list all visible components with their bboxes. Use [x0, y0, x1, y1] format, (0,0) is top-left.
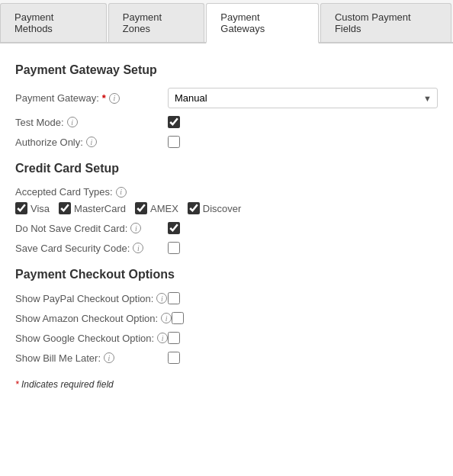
do-not-save-row: Do Not Save Credit Card: i: [15, 222, 438, 234]
authorize-only-row: Authorize Only: i: [15, 136, 438, 148]
payment-gateway-label: Payment Gateway: * i: [15, 92, 168, 104]
authorize-only-label: Authorize Only: i: [15, 137, 168, 148]
gateway-setup-title: Payment Gateway Setup: [15, 63, 438, 77]
show-paypal-checkbox[interactable]: [168, 292, 180, 304]
save-security-code-checkbox[interactable]: [168, 242, 180, 254]
do-not-save-info-icon[interactable]: i: [130, 223, 141, 233]
amex-card-item: AMEX: [135, 202, 178, 214]
tab-payment-zones[interactable]: Payment Zones: [108, 3, 204, 42]
show-bill-me-later-label: Show Bill Me Later: i: [15, 352, 168, 364]
show-google-info-icon[interactable]: i: [157, 333, 168, 343]
payment-gateway-select-wrapper: Manual PayPal Authorize.net Stripe ▼: [168, 88, 438, 108]
show-amazon-label: Show Amazon Checkout Option: i: [15, 313, 172, 324]
main-content: Payment Gateway Setup Payment Gateway: *…: [0, 43, 453, 402]
amex-checkbox[interactable]: [135, 202, 147, 214]
save-security-code-row: Save Card Security Code: i: [15, 242, 438, 254]
save-security-code-label: Save Card Security Code: i: [15, 243, 168, 254]
payment-gateway-select[interactable]: Manual PayPal Authorize.net Stripe: [168, 88, 438, 108]
test-mode-info-icon[interactable]: i: [67, 117, 78, 127]
show-amazon-checkbox[interactable]: [172, 312, 184, 324]
show-bill-me-later-row: Show Bill Me Later: i: [15, 352, 438, 364]
discover-label: Discover: [203, 203, 242, 214]
show-google-row: Show Google Checkout Option: i: [15, 332, 438, 344]
test-mode-label: Test Mode: i: [15, 117, 168, 128]
show-paypal-row: Show PayPal Checkout Option: i: [15, 292, 438, 304]
do-not-save-checkbox[interactable]: [168, 222, 180, 234]
accepted-card-types-info-icon[interactable]: i: [116, 187, 127, 198]
amex-label: AMEX: [150, 203, 178, 214]
mastercard-checkbox[interactable]: [59, 202, 71, 214]
show-paypal-label: Show PayPal Checkout Option: i: [15, 293, 168, 304]
show-google-label: Show Google Checkout Option: i: [15, 333, 168, 344]
card-types-row: Visa MasterCard AMEX Discover: [15, 202, 438, 214]
show-amazon-row: Show Amazon Checkout Option: i: [15, 312, 438, 324]
mastercard-card-item: MasterCard: [59, 202, 126, 214]
authorize-only-checkbox[interactable]: [168, 136, 180, 148]
visa-checkbox[interactable]: [15, 202, 27, 214]
tab-payment-methods[interactable]: Payment Methods: [0, 3, 107, 42]
do-not-save-label: Do Not Save Credit Card: i: [15, 223, 168, 234]
required-note: * Indicates required field: [15, 379, 438, 390]
tab-custom-payment-fields[interactable]: Custom Payment Fields: [320, 3, 451, 42]
visa-card-item: Visa: [15, 202, 50, 214]
visa-label: Visa: [31, 203, 50, 214]
show-google-checkout-checkbox[interactable]: [168, 332, 180, 344]
payment-gateway-info-icon[interactable]: i: [109, 93, 120, 104]
tab-bar: Payment Methods Payment Zones Payment Ga…: [0, 0, 453, 43]
accepted-card-types-label: Accepted Card Types: i: [15, 186, 438, 198]
test-mode-checkbox[interactable]: [168, 116, 180, 128]
discover-card-item: Discover: [188, 202, 242, 214]
checkout-options-title: Payment Checkout Options: [15, 268, 438, 281]
required-star: *: [102, 92, 106, 104]
tab-payment-gateways[interactable]: Payment Gateways: [206, 3, 319, 43]
show-amazon-info-icon[interactable]: i: [161, 313, 172, 323]
show-bill-me-later-checkbox[interactable]: [168, 352, 180, 364]
mastercard-label: MasterCard: [74, 203, 126, 214]
authorize-only-info-icon[interactable]: i: [86, 137, 97, 147]
payment-gateway-row: Payment Gateway: * i Manual PayPal Autho…: [15, 88, 438, 108]
test-mode-row: Test Mode: i: [15, 116, 438, 128]
show-bill-me-later-info-icon[interactable]: i: [104, 352, 114, 363]
credit-card-setup-title: Credit Card Setup: [15, 162, 438, 175]
show-paypal-info-icon[interactable]: i: [156, 293, 167, 304]
discover-checkbox[interactable]: [188, 202, 200, 214]
save-security-code-info-icon[interactable]: i: [133, 243, 143, 253]
